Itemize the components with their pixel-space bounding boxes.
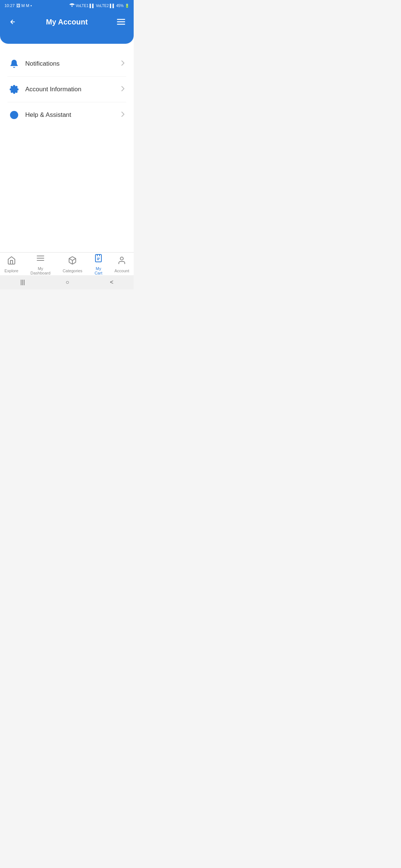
status-bar: 10:27 🖼 M M • VoLTE1 ▌▌ VoLTE2 ▌▌ 45% 🔋	[0, 0, 134, 10]
nav-categories[interactable]: Categories	[58, 254, 87, 274]
account-info-label: Account Information	[25, 86, 81, 93]
signal-icons: VoLTE1 ▌▌ VoLTE2 ▌▌	[76, 4, 115, 8]
page-title: My Account	[19, 18, 115, 26]
gear-icon	[9, 85, 19, 94]
status-icons: 🖼 M M •	[16, 3, 32, 8]
nav-my-dashboard[interactable]: My Dashboard	[23, 252, 58, 277]
notifications-item[interactable]: Notifications	[0, 51, 134, 76]
nav-explore-label: Explore	[4, 269, 18, 273]
account-info-chevron	[121, 86, 125, 93]
nav-explore[interactable]: Explore	[0, 254, 23, 274]
notifications-item-left: Notifications	[9, 59, 60, 68]
help-chevron	[121, 111, 125, 119]
android-home-icon: ○	[66, 279, 69, 285]
android-back-btn[interactable]: <	[107, 276, 116, 289]
categories-icon	[68, 256, 77, 267]
battery-icon: 🔋	[125, 4, 129, 8]
battery-level: 45%	[116, 4, 124, 8]
menu-content: Notifications Account Information	[0, 44, 134, 283]
help-label: Help & Assistant	[25, 111, 71, 119]
header-curve	[0, 36, 134, 44]
bell-icon	[9, 59, 19, 68]
notifications-label: Notifications	[25, 60, 60, 68]
status-time: 10:27	[4, 3, 15, 8]
account-information-item[interactable]: Account Information	[0, 77, 134, 102]
app-header: My Account	[0, 10, 134, 36]
nav-categories-label: Categories	[63, 269, 82, 273]
wifi-icon	[69, 3, 75, 8]
header-bottom	[0, 36, 134, 44]
android-back-icon: <	[110, 279, 113, 285]
nav-account[interactable]: Account	[110, 254, 134, 274]
nav-account-label: Account	[114, 269, 129, 273]
svg-rect-2	[117, 24, 125, 25]
help-assistant-item[interactable]: Help & Assistant	[0, 102, 134, 128]
back-button[interactable]	[7, 16, 19, 28]
android-nav-bar: ||| ○ <	[0, 275, 134, 289]
status-right: VoLTE1 ▌▌ VoLTE2 ▌▌ 45% 🔋	[69, 3, 129, 8]
account-info-item-left: Account Information	[9, 85, 81, 94]
bottom-navigation: Explore My Dashboard Categories	[0, 252, 134, 275]
nav-cart-label: My Cart	[91, 266, 105, 275]
menu-button[interactable]	[115, 16, 127, 28]
svg-rect-0	[117, 19, 125, 20]
nav-my-cart[interactable]: My Cart	[87, 252, 110, 277]
nav-dashboard-label: My Dashboard	[27, 266, 53, 275]
home-icon	[7, 256, 16, 267]
android-recent-btn[interactable]: |||	[17, 276, 28, 289]
account-icon	[117, 256, 126, 267]
help-item-left: Help & Assistant	[9, 111, 71, 119]
cart-icon	[94, 254, 103, 265]
status-left: 10:27 🖼 M M •	[4, 3, 32, 8]
notifications-chevron	[121, 60, 125, 68]
help-circle-icon	[9, 111, 19, 119]
recent-apps-icon: |||	[20, 279, 25, 285]
svg-point-11	[120, 257, 123, 260]
svg-rect-1	[117, 22, 125, 23]
dashboard-icon	[36, 254, 45, 265]
android-home-btn[interactable]: ○	[63, 276, 72, 289]
